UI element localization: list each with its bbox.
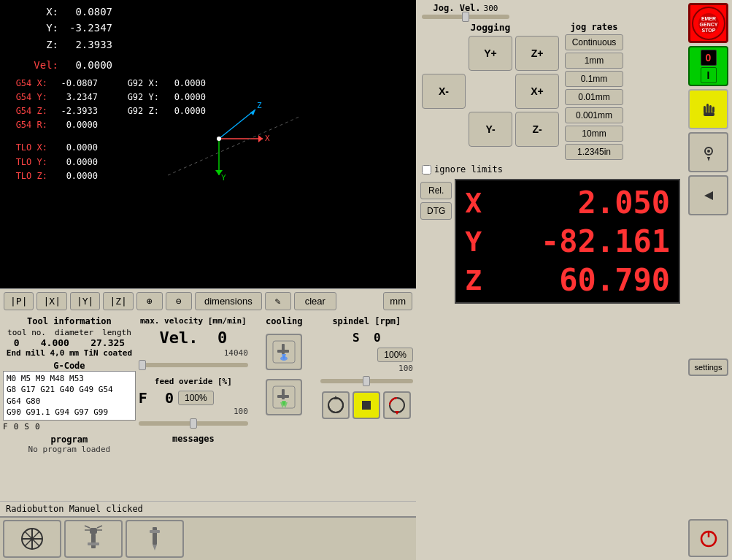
right-sidebar: EMER GENCY STOP 0 I	[685, 0, 732, 560]
estop-button[interactable]: EMER GENCY STOP	[688, 3, 728, 43]
p-button[interactable]: |P|	[4, 292, 34, 310]
spindle-s-label: S	[352, 331, 360, 345]
settings-label: settings	[695, 363, 723, 372]
vel-large: Vel. 0	[139, 329, 248, 347]
f-val: 0	[14, 422, 19, 431]
spindle-pct-button[interactable]: 100%	[377, 348, 413, 362]
svg-rect-34	[88, 542, 99, 545]
g92x-label: G92 X:	[108, 77, 159, 91]
y-val: -3.2347	[61, 20, 112, 36]
length-label: length	[102, 328, 131, 337]
nav-btn-1[interactable]	[3, 520, 61, 558]
settings-button[interactable]: settings	[688, 358, 728, 376]
tloz-label: TLO Z:	[4, 169, 47, 183]
rate-12345in-button[interactable]: 1.2345in	[565, 144, 623, 160]
spindle-cw-button[interactable]	[322, 391, 350, 419]
right-main: Jog. Vel. 300 Jogging Y+ Z+	[416, 0, 685, 560]
svg-rect-13	[277, 350, 289, 353]
svg-text:Z: Z	[257, 101, 262, 110]
axis-svg: Z X Y	[168, 95, 299, 183]
dro-z-val: 60.790	[501, 262, 670, 298]
pencil-button[interactable]: ✎	[265, 292, 291, 310]
y-label: Y:	[4, 20, 58, 36]
svg-rect-33	[91, 534, 96, 548]
nav-btn-2[interactable]	[64, 520, 123, 558]
jog-rates-title: jog rates	[565, 22, 623, 32]
dro-z-axis: Z	[465, 264, 501, 296]
x-val: 0.0807	[61, 4, 112, 20]
nav-btn-3[interactable]	[126, 520, 184, 558]
jogging-row: Jogging Y+ Z+ X- X+ Y- Z-	[416, 19, 685, 163]
gcode-line2: G8 G17 G21 G40 G49 G54 G64 G80	[7, 384, 132, 407]
svg-text:EMER: EMER	[701, 16, 715, 21]
power-button[interactable]	[688, 519, 728, 557]
vel-slider[interactable]	[139, 363, 248, 367]
tool-no-val: 0	[14, 337, 20, 348]
hand-button[interactable]	[688, 89, 728, 129]
svg-rect-50	[704, 106, 706, 113]
status-bar: Radiobutton Manuel clicked	[0, 501, 416, 516]
feed-slider[interactable]	[139, 421, 248, 426]
feed-sub: 100	[139, 407, 248, 416]
svg-point-9	[217, 137, 221, 141]
tlox-val: 0.0000	[50, 141, 98, 155]
spindle-cw-icon	[325, 395, 346, 415]
mm-button[interactable]: mm	[383, 292, 412, 310]
arrow-button[interactable]	[688, 175, 728, 215]
rate-01mm-button[interactable]: 0.1mm	[565, 71, 623, 87]
g54x-val: -0.0807	[50, 77, 98, 91]
y-button[interactable]: |Y|	[70, 292, 100, 310]
jog-zplus-button[interactable]: Z+	[515, 36, 559, 71]
spindle-section: spindel [rpm] S 0 100% 100	[320, 316, 413, 498]
touch-button[interactable]	[688, 132, 728, 172]
spindle-stop-button[interactable]	[352, 391, 380, 419]
g54z-val: -2.3933	[50, 104, 98, 118]
feed-large: F 0	[139, 389, 174, 407]
rate-10mm-button[interactable]: 10mm	[565, 126, 623, 142]
svg-text:Y: Y	[221, 173, 226, 183]
zoom-out-button[interactable]: ⊖	[166, 292, 192, 310]
program-section: program No program loaded	[3, 434, 136, 454]
svg-rect-49	[709, 105, 712, 112]
g54y-label: G54 Y:	[4, 91, 47, 104]
onoff-button[interactable]: 0 I	[688, 46, 728, 86]
feed-pct-button[interactable]: 100%	[178, 391, 214, 405]
jog-xplus-button[interactable]: X+	[515, 74, 559, 109]
ignore-limits-checkbox[interactable]	[422, 165, 431, 174]
dimensions-button[interactable]: dimensions	[195, 292, 262, 310]
jog-rates: jog rates Continuous 1mm 0.1mm 0.01mm 0.…	[565, 22, 623, 160]
svg-line-10	[168, 117, 299, 175]
svg-marker-4	[258, 135, 263, 142]
jog-zminus-button[interactable]: Z-	[515, 112, 559, 147]
zoom-in-button[interactable]: ⊕	[136, 292, 163, 310]
jogging-title: Jogging	[422, 22, 559, 33]
cooling-btn-2[interactable]	[266, 379, 302, 415]
spindle-ccw-button[interactable]	[383, 391, 411, 419]
diameter-label: diameter	[55, 328, 93, 337]
velocity-section: max. velocity [mm/min] Vel. 0 14040 feed…	[139, 316, 248, 498]
jog-yminus-button[interactable]: Y-	[469, 112, 512, 147]
x-button[interactable]: |X|	[36, 292, 66, 310]
jog-xminus-button[interactable]: X-	[422, 74, 466, 109]
gcode-fs: F 0 S 0	[3, 422, 136, 431]
spindle-slider[interactable]	[320, 379, 413, 383]
rate-continuous-button[interactable]: Continuous	[565, 34, 623, 50]
jogging-panel: Jogging Y+ Z+ X- X+ Y- Z-	[422, 22, 559, 160]
vel-val: 0	[217, 329, 227, 347]
gcode-section: G-Code M0 M5 M9 M48 M53 G8 G17 G21 G40 G…	[3, 361, 136, 431]
rate-1mm-button[interactable]: 1mm	[565, 53, 623, 69]
cnc-view: X: 0.0807 Y: -3.2347 Z: 2.3933 Vel: 0.00…	[0, 0, 416, 288]
jog-yplus-button[interactable]: Y+	[469, 36, 512, 71]
rate-001mm-button[interactable]: 0.01mm	[565, 89, 623, 105]
svg-marker-3	[250, 110, 255, 115]
cooling-btn-1[interactable]	[266, 334, 302, 370]
f-label: F	[3, 422, 8, 431]
tloy-val: 0.0000	[50, 156, 98, 169]
spindle-rpm-display: S 0	[320, 331, 413, 345]
dtg-button[interactable]: DTG	[420, 202, 452, 220]
clear-button[interactable]: clear	[294, 292, 336, 310]
z-button[interactable]: |Z|	[103, 292, 133, 310]
rate-0001mm-button[interactable]: 0.001mm	[565, 107, 623, 123]
power-icon	[698, 527, 720, 549]
rel-button[interactable]: Rel.	[420, 182, 452, 199]
